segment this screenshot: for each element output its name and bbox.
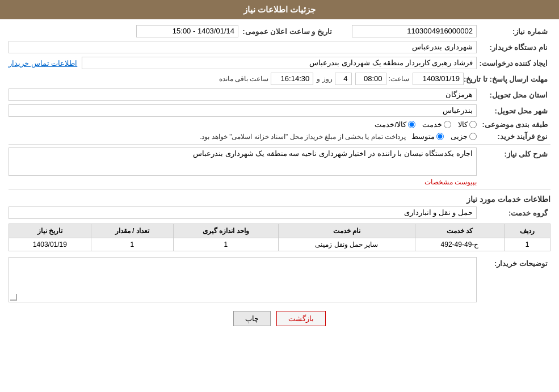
requester-label: ایجاد کننده درخواست: (477, 59, 550, 68)
attachment-note: بپیوست مشخصات (9, 178, 477, 186)
city-value: بندرعباس (9, 104, 477, 117)
buyer-desc-box[interactable] (9, 257, 477, 302)
response-time-label: ساعت: (389, 75, 409, 83)
col-header-quantity: تعداد / مقدار (91, 224, 173, 238)
table-cell-4: 1 (91, 238, 173, 251)
category-option-khedmat[interactable]: خدمت (422, 120, 451, 129)
page-container: جزئیات اطلاعات نیاز شماره نیاز: 11030049… (0, 0, 559, 392)
city-label: شهر محل تحویل: (477, 107, 550, 115)
purchase-type-radio-jozi[interactable] (469, 133, 477, 140)
table-cell-0: 1 (505, 238, 550, 251)
province-value: هرمزگان (9, 88, 477, 101)
purchase-type-radio-group: جزیی متوسط (411, 132, 477, 141)
col-header-row: ردیف (505, 224, 550, 238)
separator-1 (9, 144, 550, 145)
table-header-row: ردیف کد خدمت نام خدمت واحد اندازه گیری ت… (9, 224, 550, 238)
row-response-deadline: مهلت ارسال پاسخ: تا تاریخ: 1403/01/19 سا… (9, 73, 550, 85)
page-header: جزئیات اطلاعات نیاز (0, 0, 559, 19)
category-option-both[interactable]: کالا/خدمت (375, 120, 415, 129)
category-radio-kala[interactable] (469, 121, 477, 128)
buyer-desc-label: توضیحات خریدار: (477, 257, 550, 268)
row-buyer-desc: توضیحات خریدار: (9, 257, 550, 302)
purchase-type-note: پرداخت تمام یا بخشی از مبلغ خریداز محل "… (200, 133, 406, 141)
category-option-kala[interactable]: کالا (458, 120, 477, 129)
requester-value: فرشاد رهبری کاربردار منطقه یک شهرداری بن… (82, 57, 477, 69)
button-row: بازگشت چاپ (9, 311, 550, 326)
category-label: طبقه بندی موضوعی: (477, 120, 550, 129)
services-section-title: اطلاعات خدمات مورد نیاز (9, 195, 550, 204)
description-value: اجاره یکدستگاه نیسان با راننده در اختیار… (9, 147, 477, 176)
table-row: 1ح-49-49-492سایر حمل ونقل زمینی111403/01… (9, 238, 550, 251)
row-province: استان محل تحویل: هرمزگان (9, 88, 550, 101)
table-cell-3: 1 (173, 238, 278, 251)
response-days-label: روز و (317, 75, 332, 83)
services-table: ردیف کد خدمت نام خدمت واحد اندازه گیری ت… (9, 224, 550, 251)
services-table-section: ردیف کد خدمت نام خدمت واحد اندازه گیری ت… (9, 224, 550, 251)
response-deadline-label: مهلت ارسال پاسخ: تا تاریخ: (464, 75, 550, 83)
announcement-value: 1403/01/14 - 15:00 (136, 25, 238, 37)
header-title: جزئیات اطلاعات نیاز (243, 5, 316, 14)
buyer-org-label: نام دستگاه خریدار: (477, 43, 550, 52)
main-content: شماره نیاز: 1103004916000002 تاریخ و ساع… (0, 19, 559, 338)
row-requester: ایجاد کننده درخواست: فرشاد رهبری کاربردا… (9, 57, 550, 69)
announcement-label: تاریخ و ساعت اعلان عمومی: (238, 27, 335, 36)
contact-link[interactable]: اطلاعات تماس خریدار (9, 59, 77, 68)
description-label: شرح کلی نیاز: (477, 147, 550, 158)
table-cell-1: ح-49-49-492 (415, 238, 504, 251)
row-need-number: شماره نیاز: 1103004916000002 تاریخ و ساع… (9, 25, 550, 37)
col-header-name: نام خدمت (279, 224, 415, 238)
category-radio-khedmat[interactable] (444, 121, 451, 128)
table-cell-2: سایر حمل ونقل زمینی (279, 238, 415, 251)
row-category: طبقه بندی موضوعی: کالا خدمت کالا/خدمت (9, 120, 550, 129)
purchase-type-radio-motavaset[interactable] (436, 133, 444, 140)
service-group-label: گروه خدمت: (477, 209, 550, 217)
response-time: 08:00 (355, 73, 386, 85)
row-purchase-type: نوع فرآیند خرید: جزیی متوسط پرداخت تمام … (9, 132, 550, 141)
province-label: استان محل تحویل: (477, 91, 550, 99)
response-days: 4 (335, 73, 352, 85)
back-button[interactable]: بازگشت (276, 311, 326, 326)
print-button[interactable]: چاپ (233, 311, 271, 326)
need-number-value: 1103004916000002 (352, 25, 477, 37)
buyer-org-value: شهرداری بندرعباس (9, 41, 477, 53)
row-city: شهر محل تحویل: بندرعباس (9, 104, 550, 117)
need-number-label: شماره نیاز: (477, 27, 550, 36)
description-container: اجاره یکدستگاه نیسان با راننده در اختیار… (9, 147, 477, 186)
col-header-date: تاریخ نیاز (9, 224, 91, 238)
col-header-unit: واحد اندازه گیری (173, 224, 278, 238)
category-radio-both[interactable] (408, 121, 415, 128)
purchase-type-jozi[interactable]: جزیی (451, 132, 477, 141)
category-radio-group: کالا خدمت کالا/خدمت (375, 120, 477, 129)
response-remaining: 16:14:30 (271, 73, 313, 85)
row-description: شرح کلی نیاز: اجاره یکدستگاه نیسان با را… (9, 147, 550, 186)
service-group-value: حمل و نقل و انبارداری (9, 206, 477, 219)
response-remaining-label: ساعت باقی مانده (219, 75, 269, 83)
purchase-type-motavaset[interactable]: متوسط (411, 132, 444, 141)
table-cell-5: 1403/01/19 (9, 238, 91, 251)
separator-2 (9, 189, 550, 190)
purchase-type-label: نوع فرآیند خرید: (477, 132, 550, 141)
row-buyer-org: نام دستگاه خریدار: شهرداری بندرعباس (9, 41, 550, 53)
response-date: 1403/01/19 (413, 73, 464, 85)
row-service-group: گروه خدمت: حمل و نقل و انبارداری (9, 206, 550, 219)
col-header-code: کد خدمت (415, 224, 504, 238)
